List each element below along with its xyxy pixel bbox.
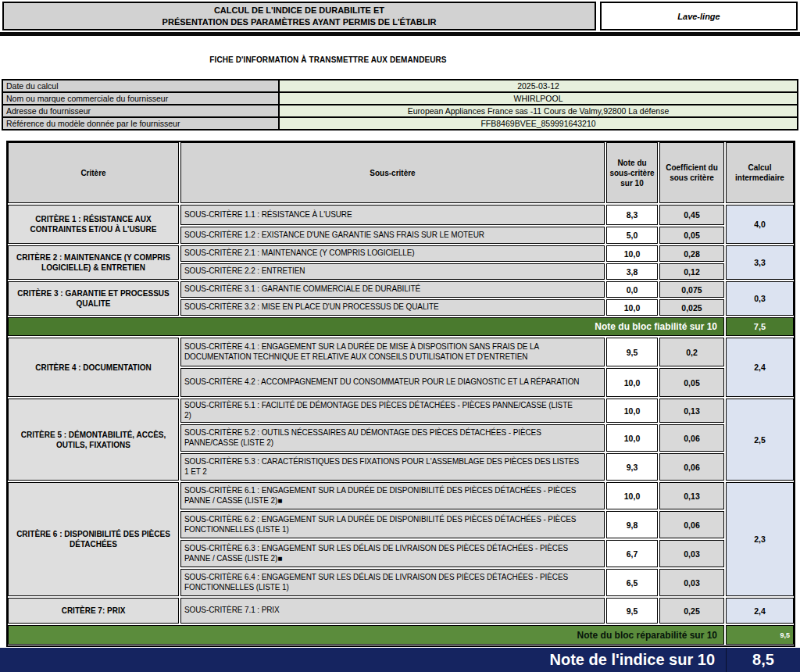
document-title-line2: PRÉSENTATION DES PARAMÈTRES AYANT PERMIS… xyxy=(162,16,437,28)
info-label-date: Date du calcul xyxy=(3,80,280,91)
indice-total-value: 8,5 xyxy=(727,648,800,672)
sous-critere-4-2-label: SOUS-CRITÈRE 4.2 : ACCOMPAGNEMENT DU CON… xyxy=(180,368,605,397)
critere-3-intermediate: 0,3 xyxy=(726,281,794,316)
sous-critere-1-1-label: SOUS-CRITÈRE 1.1 : RÉSISTANCE À L'USURE xyxy=(180,205,605,225)
bloc-fiabilite-label: Note du bloc fiabilité sur 10 xyxy=(8,317,724,336)
sous-critere-5-2-note: 10,0 xyxy=(606,424,658,452)
sous-critere-5-3-coeff: 0,06 xyxy=(659,453,724,481)
sous-critere-5-2-coeff: 0,06 xyxy=(659,424,724,452)
sous-critere-6-4-note: 6,5 xyxy=(606,569,658,596)
document-subtitle: FICHE D'INFORMATION À TRANSMETTRE AUX DE… xyxy=(0,55,656,64)
sous-critere-5-3-label: SOUS-CRITÈRE 5.3 : CARACTÉRISTIQUES DES … xyxy=(180,453,605,481)
sous-critere-7-1-label: SOUS-CRITÈRE 7.1 : PRIX xyxy=(180,598,605,624)
header-divider xyxy=(0,32,800,36)
product-type-label: Lave-linge xyxy=(677,12,720,21)
sous-critere-6-1-label: SOUS-CRITÈRE 6.1 : ENGAGEMENT SUR LA DUR… xyxy=(180,482,605,509)
info-value-supplier-address: European Appliances France sas -11 Cours… xyxy=(280,105,797,116)
sous-critere-3-2-note: 10,0 xyxy=(606,299,658,316)
indice-total-band: Note de l'indice sur 10 8,5 xyxy=(0,648,800,672)
sous-critere-1-2-note: 5,0 xyxy=(606,227,658,244)
document-title: CALCUL DE L'INDICE DE DURABILITE ET PRÉS… xyxy=(2,2,596,30)
critere-5-label: CRITÈRE 5 : DÉMONTABILITÉ, ACCÈS, OUTILS… xyxy=(8,399,179,481)
critere-5-intermediate: 2,5 xyxy=(726,399,794,481)
sous-critere-4-2-note: 10,0 xyxy=(606,368,658,397)
sous-critere-3-2-label: SOUS-CRITÈRE 3.2 : MISE EN PLACE D'UN PR… xyxy=(180,299,605,316)
info-label-model-reference: Référence du modèle donnée par le fourni… xyxy=(3,118,280,129)
sous-critere-2-1-label: SOUS-CRITÈRE 2.1 : MAINTENANCE (Y COMPRI… xyxy=(180,245,605,262)
critere-6-intermediate: 2,3 xyxy=(726,482,794,596)
info-row-model-reference: Référence du modèle donnée par le fourni… xyxy=(3,118,797,129)
sous-critere-3-1-note: 0,0 xyxy=(606,281,658,298)
critere-3-label: CRITÈRE 3 : GARANTIE ET PROCESSUS QUALIT… xyxy=(8,281,179,316)
info-label-supplier-name: Nom ou marque commerciale du fournisseur xyxy=(3,93,280,104)
sous-critere-2-2-label: SOUS-CRITÈRE 2.2 : ENTRETIEN xyxy=(180,263,605,280)
sous-critere-5-2-label: SOUS-CRITÈRE 5.2 : OUTILS NÉCESSAIRES AU… xyxy=(180,424,605,452)
sous-critere-6-4-label: SOUS-CRITÈRE 6.4 : ENGAGEMENT SUR LES DÉ… xyxy=(180,569,605,596)
sous-critere-6-1-coeff: 0,13 xyxy=(659,482,724,509)
sous-critere-6-3-label: SOUS-CRITÈRE 6.3 : ENGAGEMENT SUR LES DÉ… xyxy=(180,540,605,567)
sous-critere-3-2-coeff: 0,025 xyxy=(659,299,724,316)
info-value-supplier-name: WHIRLPOOL xyxy=(280,93,797,104)
sous-critere-4-1-label: SOUS-CRITÈRE 4.1 : ENGAGEMENT SUR LA DUR… xyxy=(180,338,605,366)
column-header-calcul: Calcul intermediaire xyxy=(726,142,794,203)
sous-critere-1-2-label: SOUS-CRITÈRE 1.2 : EXISTANCE D'UNE GARAN… xyxy=(180,227,605,244)
critere-7-intermediate: 2,4 xyxy=(726,598,794,624)
sous-critere-5-1-label: SOUS-CRITÈRE 5.1 : FACILITÉ DE DÉMONTAGE… xyxy=(180,399,605,423)
critere-1-label: CRITÈRE 1 : RÉSISTANCE AUX CONTRAINTES E… xyxy=(8,205,179,244)
critere-6-label: CRITÈRE 6 : DISPONIBILITÉ DES PIÈCES DÉT… xyxy=(8,482,179,596)
sous-critere-6-2-coeff: 0,06 xyxy=(659,511,724,538)
sous-critere-4-2-coeff: 0,05 xyxy=(659,368,724,397)
critere-7-label: CRITÈRE 7: PRIX xyxy=(8,598,179,624)
sous-critere-5-1-coeff: 0,13 xyxy=(659,399,724,423)
criteria-table: Critère Sous-critère Note du sous-critèr… xyxy=(6,141,795,647)
document-title-line1: CALCUL DE L'INDICE DE DURABILITE ET xyxy=(214,5,384,16)
info-label-supplier-address: Adresse du fournisseur xyxy=(3,105,280,116)
sous-critere-4-1-coeff: 0,2 xyxy=(659,338,724,366)
sous-critere-5-3-note: 9,3 xyxy=(606,453,658,481)
info-value-date: 2025-03-12 xyxy=(280,80,797,91)
critere-2-label: CRITÈRE 2 : MAINTENANCE (Y COMPRIS LOGIC… xyxy=(8,245,179,280)
bloc-reparabilite-label: Note du bloc réparabilité sur 10 xyxy=(8,625,724,645)
supplier-info-table: Date du calcul 2025-03-12 Nom ou marque … xyxy=(2,79,798,130)
critere-4-label: CRITÈRE 4 : DOCUMENTATION xyxy=(8,338,179,397)
sous-critere-4-1-note: 9,5 xyxy=(606,338,658,366)
info-row-supplier-address: Adresse du fournisseur European Applianc… xyxy=(3,105,797,116)
info-value-model-reference: FFB8469BVEE_859991643210 xyxy=(280,118,797,129)
column-header-sous-critere: Sous-critère xyxy=(180,142,605,203)
info-row-date: Date du calcul 2025-03-12 xyxy=(3,80,797,91)
info-row-supplier-name: Nom ou marque commerciale du fournisseur… xyxy=(3,93,797,104)
sous-critere-2-2-note: 3,8 xyxy=(606,263,658,280)
critere-4-intermediate: 2,4 xyxy=(726,338,794,397)
bloc-fiabilite-value: 7,5 xyxy=(726,317,794,336)
sous-critere-1-2-coeff: 0,05 xyxy=(659,227,724,244)
bloc-reparabilite-value: 9,5 xyxy=(726,625,794,645)
sous-critere-1-1-coeff: 0,45 xyxy=(659,205,724,225)
critere-2-intermediate: 3,3 xyxy=(726,245,794,280)
sous-critere-2-1-coeff: 0,28 xyxy=(659,245,724,262)
sous-critere-3-1-label: SOUS-CRITÈRE 3.1 : GARANTIE COMMERCIALE … xyxy=(180,281,605,298)
sous-critere-2-1-note: 10,0 xyxy=(606,245,658,262)
sous-critere-2-2-coeff: 0,12 xyxy=(659,263,724,280)
sous-critere-6-2-note: 9,8 xyxy=(606,511,658,538)
sous-critere-6-1-note: 10,0 xyxy=(606,482,658,509)
sous-critere-7-1-coeff: 0,25 xyxy=(659,598,724,624)
sous-critere-3-1-coeff: 0,075 xyxy=(659,281,724,298)
sous-critere-5-1-note: 10,0 xyxy=(606,399,658,423)
sous-critere-6-4-coeff: 0,03 xyxy=(659,569,724,596)
column-header-coefficient: Coefficient du sous critère xyxy=(659,142,724,203)
critere-1-intermediate: 4,0 xyxy=(726,205,794,244)
sous-critere-6-3-coeff: 0,03 xyxy=(659,540,724,567)
sous-critere-1-1-note: 8,3 xyxy=(606,205,658,225)
column-header-note: Note du sous-critère sur 10 xyxy=(606,142,658,203)
product-type-box: Lave-linge xyxy=(600,2,798,30)
indice-total-label: Note de l'indice sur 10 xyxy=(0,648,727,672)
sous-critere-6-2-label: SOUS-CRITÈRE 6.2 : ENGAGEMENT SUR LA DUR… xyxy=(180,511,605,538)
column-header-critere: Critère xyxy=(8,142,179,203)
sous-critere-6-3-note: 6,7 xyxy=(606,540,658,567)
sous-critere-7-1-note: 9,5 xyxy=(606,598,658,624)
